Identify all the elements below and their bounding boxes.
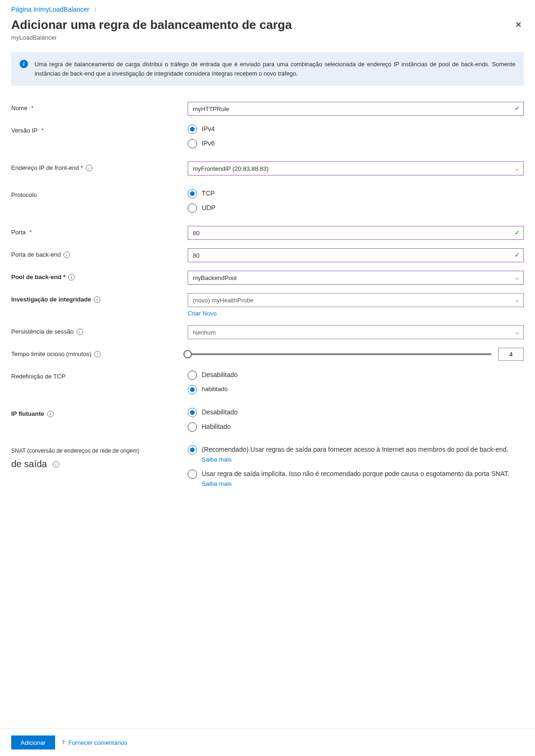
info-icon: i (20, 60, 28, 68)
learn-more-link[interactable]: Saiba mais (202, 480, 232, 487)
label-protocol: Protocolo (11, 189, 188, 198)
info-tip-icon[interactable]: i (68, 274, 75, 280)
name-input[interactable] (188, 102, 524, 116)
label-port: Porta* (11, 226, 188, 236)
label-floating-ip: IP flutuantei (11, 407, 188, 417)
radio-udp[interactable]: UDP (188, 203, 524, 213)
health-probe-select[interactable]: (novo) myHealthProbe ⌵ (188, 293, 524, 307)
label-backend-port: Porta de back-endi (11, 248, 188, 258)
label-idle-timeout: Tempo limite ocioso (minutos)i (11, 348, 188, 357)
port-input[interactable] (188, 226, 524, 240)
label-health-probe: Investigação de integridadei (11, 293, 188, 303)
idle-timeout-slider[interactable] (188, 353, 492, 355)
radio-tcp[interactable]: TCP (188, 189, 524, 198)
label-snat: SNAT (conversão de endereços de rede de … (11, 445, 188, 469)
radio-floating-ip-enabled[interactable]: Habilitado (188, 422, 524, 432)
close-icon[interactable]: ✕ (513, 18, 524, 32)
idle-timeout-value[interactable] (498, 348, 524, 361)
session-persistence-select[interactable]: Nenhum ⌵ (188, 325, 524, 339)
page-subtitle: myLoadBalancer (0, 32, 535, 41)
info-tip-icon[interactable]: i (94, 296, 100, 303)
chevron-down-icon: ⌵ (515, 274, 519, 281)
check-icon: ✓ (514, 251, 520, 259)
chevron-down-icon: ⌵ (515, 329, 519, 336)
info-tip-icon[interactable]: i (63, 252, 70, 258)
label-name: Nome* (11, 102, 188, 112)
info-banner: i Uma regra de balanceamento de carga di… (11, 52, 524, 86)
breadcrumb-resource[interactable]: myLoadBalancer (40, 6, 89, 13)
label-backend-pool: Pool de back-end *i (11, 271, 188, 280)
chevron-down-icon: ⌵ (515, 297, 519, 303)
info-text: Uma regra de balanceamento de carga dist… (35, 60, 515, 78)
backend-pool-select[interactable]: myBackendPool ⌵ (188, 271, 524, 285)
info-tip-icon[interactable]: i (94, 351, 101, 357)
chevron-right-icon: 〉 (94, 7, 99, 13)
backend-port-input[interactable] (188, 248, 524, 262)
info-tip-icon[interactable]: i (47, 411, 54, 417)
radio-tcp-reset-enabled[interactable]: habilitado (188, 385, 524, 394)
learn-more-link[interactable]: Saiba mais (202, 456, 232, 463)
radio-snat-implicit[interactable]: Usar regra de saída implícita. Isso não … (188, 469, 524, 489)
check-icon: ✓ (514, 105, 520, 112)
breadcrumb-home[interactable]: Página Ini (11, 6, 40, 13)
radio-ipv6[interactable]: IPv6 (188, 139, 524, 148)
info-tip-icon[interactable]: i (77, 329, 83, 335)
breadcrumb: Página InimyLoadBalancer 〉 (11, 6, 524, 14)
frontend-ip-select[interactable]: myFrontendIP (20.83.88.83) ⌵ (188, 161, 524, 175)
radio-tcp-reset-disabled[interactable]: Desabilitado (188, 370, 524, 380)
radio-ipv4[interactable]: IPv4 (188, 124, 524, 134)
label-ip-version: Versão IP* (11, 124, 188, 134)
info-tip-icon[interactable]: i (53, 461, 59, 468)
info-tip-icon[interactable]: i (86, 165, 92, 171)
label-tcp-reset: Redefinição de TCP (11, 370, 188, 380)
radio-snat-recommended[interactable]: (Recomendado) Usar regras de saída para … (188, 445, 524, 464)
label-frontend-ip: Endereço IP de front-end *i (11, 161, 188, 171)
slider-thumb[interactable] (183, 350, 192, 358)
label-session-persistence: Persistência de sessãoi (11, 325, 188, 335)
page-title: Adicionar uma regra de balanceamento de … (11, 18, 292, 32)
chevron-down-icon: ⌵ (515, 165, 519, 172)
create-new-link[interactable]: Criar Novo (188, 310, 217, 317)
check-icon: ✓ (514, 229, 520, 236)
radio-floating-ip-disabled[interactable]: Desabilitado (188, 407, 524, 417)
